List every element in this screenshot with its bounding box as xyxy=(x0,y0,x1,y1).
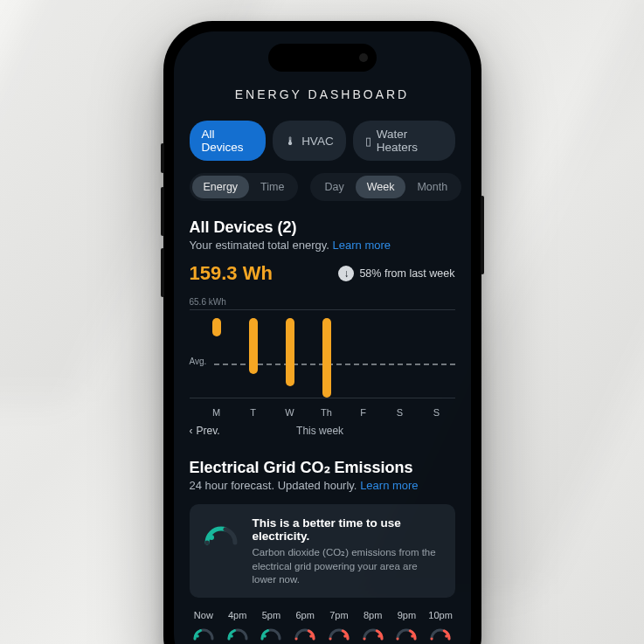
delta-text: 58% from last week xyxy=(359,267,454,280)
forecast-cell[interactable]: 8pmHigh xyxy=(358,610,387,644)
chart-x-label: W xyxy=(272,407,308,418)
chart-x-label: F xyxy=(345,407,382,418)
forecast-cell[interactable]: 5pmLow xyxy=(257,610,286,644)
current-week-label: This week xyxy=(296,425,343,437)
filter-chip-all-devices[interactable]: All Devices xyxy=(190,121,267,161)
gauge-small-icon xyxy=(192,626,215,641)
forecast-cell[interactable]: 6pmHigh xyxy=(291,610,320,644)
side-button xyxy=(161,187,164,236)
co2-subtext-text: 24 hour forecast. Updated hourly. xyxy=(190,479,357,492)
co2-advice-card: This is a better time to use electricity… xyxy=(190,504,455,598)
segment-week[interactable]: Week xyxy=(356,176,406,198)
arrow-down-icon: ↓ xyxy=(338,266,354,281)
forecast-time: 7pm xyxy=(325,610,354,620)
gauge-small-icon xyxy=(429,626,452,641)
phone-frame: ENERGY DASHBOARD All Devices 🌡 HVAC ▯ Wa… xyxy=(163,21,481,644)
co2-forecast-row: NowLow4pmLow5pmLow6pmHigh7pmHigh8pmHigh9… xyxy=(190,610,455,644)
forecast-cell[interactable]: 10pmHigh xyxy=(426,610,455,644)
learn-more-link[interactable]: Learn more xyxy=(333,239,391,252)
prev-week-button[interactable]: ‹ Prev. xyxy=(190,425,220,437)
co2-heading: Electrical Grid CO₂ Emissions xyxy=(190,458,455,477)
forecast-time: Now xyxy=(190,610,218,620)
co2-card-title: This is a better time to use electricity… xyxy=(253,516,443,543)
week-nav: ‹ Prev. This week xyxy=(190,425,455,437)
forecast-cell[interactable]: 7pmHigh xyxy=(325,610,354,644)
forecast-time: 8pm xyxy=(358,610,387,620)
forecast-time: 5pm xyxy=(257,610,286,620)
chip-label: Water Heaters xyxy=(377,128,443,154)
svg-point-8 xyxy=(445,634,448,638)
chart-bar-slot xyxy=(419,318,455,398)
page-title: ENERGY DASHBOARD xyxy=(190,87,455,101)
chip-label: HVAC xyxy=(301,135,334,148)
svg-point-4 xyxy=(309,634,313,638)
gauge-small-icon xyxy=(226,626,249,641)
segment-energy[interactable]: Energy xyxy=(192,176,250,198)
forecast-cell[interactable]: 4pmLow xyxy=(223,610,252,644)
delta-badge: ↓ 58% from last week xyxy=(338,266,454,281)
svg-point-6 xyxy=(377,634,381,638)
segment-month[interactable]: Month xyxy=(405,176,459,198)
chart-x-label: T xyxy=(235,407,272,418)
chart-x-label: S xyxy=(419,407,455,418)
forecast-time: 6pm xyxy=(291,610,320,620)
summary-subtext-text: Your estimated total energy. xyxy=(190,239,329,252)
summary-subtext: Your estimated total energy. Learn more xyxy=(190,239,455,252)
chip-label: All Devices xyxy=(202,128,254,154)
forecast-cell[interactable]: 9pmHigh xyxy=(392,610,421,644)
gauge-small-icon xyxy=(260,626,282,641)
device-filter-row: All Devices 🌡 HVAC ▯ Water Heaters xyxy=(190,121,455,161)
energy-value: 159.3 Wh xyxy=(190,262,273,285)
co2-card-body: Carbon dioxide (CO₂) emissions from the … xyxy=(253,546,443,587)
co2-learn-more-link[interactable]: Learn more xyxy=(360,479,418,492)
forecast-time: 4pm xyxy=(223,610,252,620)
chart-bar-slot xyxy=(198,318,235,398)
svg-point-7 xyxy=(412,634,415,638)
gauge-small-icon xyxy=(362,626,384,641)
svg-point-0 xyxy=(209,535,214,540)
chart-bar[interactable] xyxy=(249,318,258,374)
chart-baseline xyxy=(190,398,455,398)
chart-bar-slot xyxy=(382,318,419,398)
segment-day[interactable]: Day xyxy=(313,176,355,198)
chart-bar[interactable] xyxy=(322,318,331,398)
chart-bar-slot xyxy=(272,318,308,398)
side-button xyxy=(481,196,484,274)
co2-subtext: 24 hour forecast. Updated hourly. Learn … xyxy=(190,479,455,492)
svg-point-5 xyxy=(343,634,347,638)
chart-x-label: S xyxy=(382,407,419,418)
forecast-time: 9pm xyxy=(392,610,421,620)
svg-point-3 xyxy=(264,634,267,638)
side-button xyxy=(161,248,164,297)
forecast-cell[interactable]: NowLow xyxy=(190,610,218,644)
gauge-small-icon xyxy=(328,626,350,641)
chart-ymax-label: 65.6 kWh xyxy=(190,297,226,307)
energy-bar-chart: 65.6 kWh Avg. MTWThFSS xyxy=(190,297,455,418)
chart-bar-slot xyxy=(308,318,345,398)
side-button xyxy=(161,143,164,173)
chevron-left-icon: ‹ xyxy=(190,425,193,437)
segment-time[interactable]: Time xyxy=(249,176,295,198)
range-segment: Day Week Month xyxy=(310,173,461,201)
gauge-small-icon xyxy=(294,626,316,641)
gauge-small-icon xyxy=(395,626,418,641)
water-heater-icon: ▯ xyxy=(365,135,371,147)
chart-bar[interactable] xyxy=(286,318,294,386)
thermometer-icon: 🌡 xyxy=(285,135,296,147)
gauge-icon xyxy=(202,520,240,546)
phone-screen: ENERGY DASHBOARD All Devices 🌡 HVAC ▯ Wa… xyxy=(174,31,471,644)
chart-bar-slot xyxy=(345,318,382,398)
chart-bar[interactable] xyxy=(212,318,221,336)
prev-label: Prev. xyxy=(197,425,220,437)
dynamic-island xyxy=(268,44,377,72)
chart-bar-slot xyxy=(235,318,272,398)
metric-row: 159.3 Wh ↓ 58% from last week xyxy=(190,262,455,285)
mode-segment: Energy Time xyxy=(190,173,299,201)
summary-heading: All Devices (2) xyxy=(190,218,455,237)
filter-chip-water-heaters[interactable]: ▯ Water Heaters xyxy=(353,121,455,161)
chart-top-gridline xyxy=(190,309,455,310)
svg-point-1 xyxy=(196,634,199,638)
filter-chip-hvac[interactable]: 🌡 HVAC xyxy=(273,121,346,161)
forecast-time: 10pm xyxy=(426,610,455,620)
chart-x-label: Th xyxy=(308,407,345,418)
